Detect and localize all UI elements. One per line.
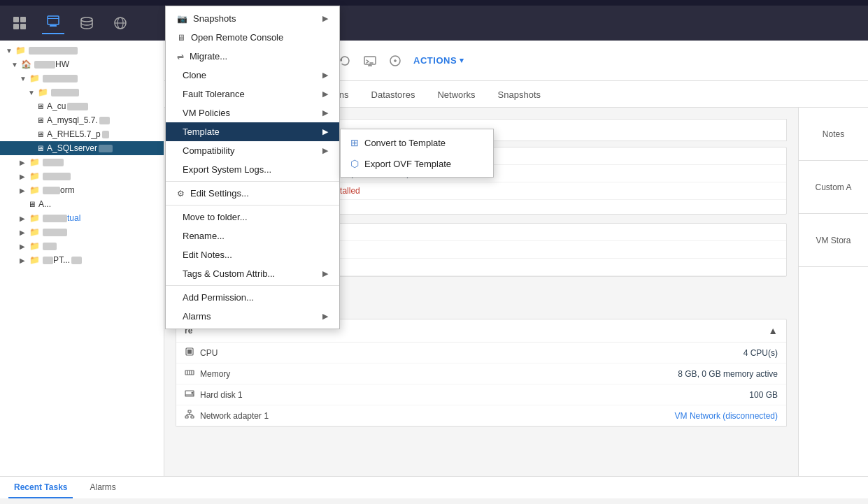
svg-rect-4	[48, 16, 59, 24]
arrow-icon: ▶	[322, 127, 328, 136]
svg-rect-0	[13, 17, 19, 22]
vm-storage-panel[interactable]: VM Stora	[799, 214, 868, 267]
tree-item-f8[interactable]: ▶ 📁 PT...	[0, 253, 164, 267]
menu-item-clone[interactable]: Clone ▶	[166, 66, 339, 85]
network-icon	[185, 410, 194, 422]
tree-label: A_mysql_5.7.	[47, 115, 98, 125]
hw-cpu-label: CPU	[200, 348, 744, 358]
svg-rect-32	[188, 410, 191, 412]
tree-item-f5[interactable]: ▶ 📁 tual	[0, 211, 164, 225]
tree-label-blurred	[51, 89, 79, 96]
menu-item-edit-settings[interactable]: ⚙ Edit Settings...	[166, 184, 339, 203]
tree-item-f6[interactable]: ▶ 📁	[0, 225, 164, 239]
tree-item-vm-a2[interactable]: 🖥 A...	[0, 197, 164, 211]
custom-attributes-panel[interactable]: Custom A	[799, 161, 868, 214]
folder-icon: 📁	[29, 255, 40, 265]
submenu-item-export-ovf[interactable]: ⬡ Export OVF Template	[341, 153, 493, 174]
menu-item-export-logs[interactable]: Export System Logs...	[166, 160, 339, 179]
globe-icon[interactable]	[109, 12, 131, 34]
menu-item-migrate[interactable]: ⇌ Migrate...	[166, 47, 339, 66]
folder-icon: 📁	[15, 45, 26, 55]
hw-cpu-value: 4 CPU(s)	[744, 348, 778, 358]
disk-icon	[185, 389, 194, 401]
chevron-icon: ▶	[20, 173, 29, 180]
menu-item-open-console[interactable]: 🖥 Open Remote Console	[166, 41, 339, 47]
tree-label-blurred	[99, 145, 113, 152]
vm-icon[interactable]	[42, 12, 64, 34]
folder-icon: 📁	[38, 87, 48, 97]
tree-item-root[interactable]: ▼ 📁	[0, 43, 164, 57]
menu-item-template[interactable]: Template ▶	[166, 122, 339, 141]
collapse-button[interactable]: ▲	[768, 325, 778, 336]
tree-label-blurred	[99, 117, 110, 124]
menu-label-edit-settings: Edit Settings...	[190, 188, 249, 199]
folder-icon: 📁	[29, 171, 40, 181]
tree-label-sql: A_SQLserver	[47, 143, 97, 153]
menu-item-fault-tolerance[interactable]: Fault Tolerance ▶	[166, 85, 339, 103]
migrate-icon: ⇌	[177, 52, 184, 62]
menu-label-ft: Fault Tolerance	[183, 89, 245, 99]
menu-item-compatibility[interactable]: Compatibility ▶	[166, 141, 339, 160]
tree-item-vm-sql[interactable]: 🖥 A_SQLserver	[0, 141, 164, 155]
hw-network-value: VM Network (disconnected)	[675, 411, 778, 421]
svg-rect-33	[185, 416, 188, 418]
alarms-tab[interactable]: Alarms	[84, 477, 121, 498]
tree-item-f7[interactable]: ▶ 📁	[0, 239, 164, 253]
storage-icon[interactable]	[76, 12, 98, 34]
menu-label-template: Template	[183, 127, 220, 137]
folder-icon: 📁	[29, 185, 40, 195]
menu-item-vm-policies[interactable]: VM Policies ▶	[166, 103, 339, 122]
template-submenu-wrapper: ⊞ Convert to Template ⬡ Export OVF Templ…	[340, 129, 494, 329]
arrow-icon: ▶	[322, 108, 328, 117]
folder-icon: 📁	[29, 157, 40, 167]
menu-label-tags: Tags & Custom Attrib...	[183, 268, 275, 279]
tree-item-subfolder1[interactable]: ▼ 📁	[0, 85, 164, 99]
menu-item-tags[interactable]: Tags & Custom Attrib... ▶	[166, 264, 339, 283]
arrow-icon: ▶	[322, 269, 328, 278]
tree-item-vm-mysql[interactable]: 🖥 A_mysql_5.7.	[0, 113, 164, 127]
arrow-icon: ▶	[322, 89, 328, 99]
notes-panel[interactable]: Notes	[799, 108, 868, 161]
tree-label-blurred	[34, 61, 55, 69]
tree-item-vm-rhel[interactable]: 🖥 A_RHEL5.7_p	[0, 127, 164, 141]
notes-label: Notes	[823, 129, 844, 139]
tree-item-f3[interactable]: ▶ 📁	[0, 169, 164, 183]
tree-label-tual: tual	[67, 213, 80, 223]
cpu-icon	[185, 347, 194, 359]
tree-label: orm	[60, 185, 75, 195]
tab-snapshots[interactable]: Snapshots	[487, 84, 552, 107]
tree-label: A...	[38, 199, 51, 209]
vm-icon: 🖥	[36, 130, 44, 138]
tree-item-f2[interactable]: ▶ 📁	[0, 155, 164, 169]
menu-label-migrate: Migrate...	[190, 51, 227, 62]
hw-disk-row: Hard disk 1 100 GB	[176, 384, 786, 405]
tree-item-f4[interactable]: ▶ 📁 orm	[0, 183, 164, 197]
recent-tasks-tab[interactable]: Recent Tasks	[8, 477, 73, 498]
tree-label-blurred	[43, 75, 78, 82]
tree-label-blurred	[43, 173, 71, 180]
context-menu-overlay: 📷 Snapshots ▶ 🖥 Open Remote Console ⇌ Mi…	[165, 41, 494, 329]
menu-label-add-permission: Add Permission...	[183, 292, 254, 303]
menu-item-rename[interactable]: Rename...	[166, 226, 339, 245]
chevron-icon: ▼	[20, 75, 29, 82]
export-ovf-icon: ⬡	[350, 158, 359, 169]
menu-item-edit-notes[interactable]: Edit Notes...	[166, 245, 339, 264]
menu-item-alarms[interactable]: Alarms ▶	[166, 307, 339, 326]
menu-item-move-folder[interactable]: Move to folder...	[166, 208, 339, 226]
menu-label-open-console: Open Remote Console	[191, 41, 283, 43]
vm-icon: 🖥	[36, 144, 44, 152]
content-area: ▼ 📁 ▼ 🏠 HW ▼ 📁	[0, 41, 868, 476]
grid-view-icon[interactable]	[8, 12, 31, 34]
tree-label-blurred	[43, 257, 53, 264]
tree-item-vm-acu[interactable]: 🖥 A_cu	[0, 99, 164, 113]
hw-memory-row: Memory 8 GB, 0 GB memory active	[176, 363, 786, 384]
svg-rect-2	[13, 24, 19, 29]
tree-item-hw[interactable]: ▼ 🏠 HW	[0, 57, 164, 71]
submenu-item-convert-template[interactable]: ⊞ Convert to Template	[341, 132, 493, 153]
menu-item-add-permission[interactable]: Add Permission...	[166, 288, 339, 307]
tree-item-folder1[interactable]: ▼ 📁	[0, 71, 164, 85]
tree-label-pt: PT...	[53, 255, 70, 265]
menu-separator-2	[166, 205, 339, 206]
hw-memory-label: Memory	[200, 369, 678, 379]
tree-label-blurred	[43, 159, 64, 166]
